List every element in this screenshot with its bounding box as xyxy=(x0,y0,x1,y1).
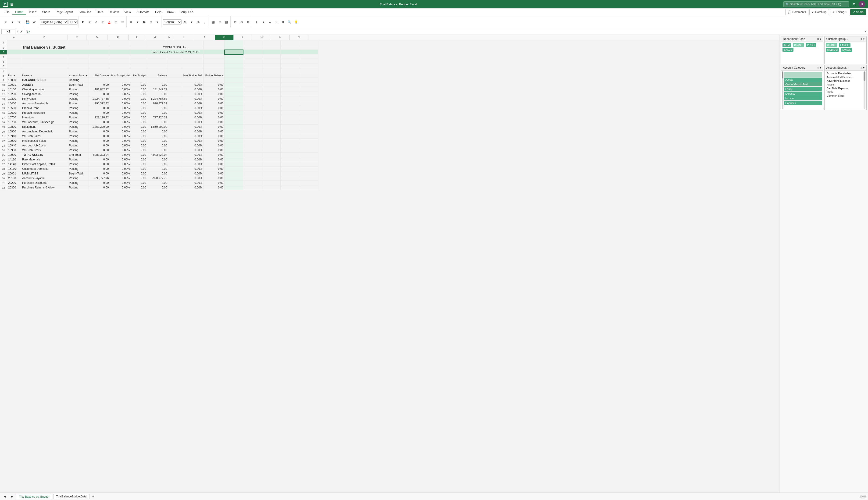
col-header-d[interactable]: D xyxy=(87,35,108,40)
tab-automate[interactable]: Automate xyxy=(134,9,153,15)
col-header-g[interactable]: G xyxy=(145,35,166,40)
name-29[interactable]: LIABILITIES xyxy=(21,171,68,176)
cell-m2[interactable] xyxy=(262,45,281,50)
type-10[interactable]: Begin-Total xyxy=(68,82,89,87)
m23[interactable] xyxy=(262,143,281,148)
bb-28[interactable]: 0.00 xyxy=(203,167,225,171)
cell-e4[interactable] xyxy=(110,54,131,59)
more-options-button[interactable]: ••• xyxy=(120,19,125,25)
cell-f6[interactable] xyxy=(131,64,147,68)
type-21[interactable]: Posting xyxy=(68,134,89,138)
catchup-button[interactable]: ↩ Catch up xyxy=(809,9,829,15)
cell-i4[interactable] xyxy=(182,54,203,59)
user-avatar[interactable]: U xyxy=(859,1,865,8)
bal-13[interactable]: 1,224,787.68 xyxy=(147,96,168,101)
n28[interactable] xyxy=(281,167,299,171)
l22[interactable] xyxy=(243,138,262,143)
bb-30[interactable]: 0.00 xyxy=(203,176,225,181)
cell-b1[interactable] xyxy=(21,41,68,45)
nb-12[interactable]: 0.00 xyxy=(131,92,147,96)
formula-expand-icon[interactable]: ▾ xyxy=(865,30,867,33)
m15[interactable] xyxy=(262,106,281,111)
bal-25[interactable]: 4,983,323.04 xyxy=(147,152,168,157)
bold-dropdown[interactable]: ▾ xyxy=(87,19,93,25)
cell-k1[interactable] xyxy=(225,41,243,45)
format-table-button[interactable]: ⊞ xyxy=(217,19,223,25)
o31[interactable] xyxy=(299,181,318,185)
tab-insert[interactable]: Insert xyxy=(26,9,40,15)
pbb-15[interactable]: 0.00% xyxy=(182,106,203,111)
col-header-e[interactable]: E xyxy=(108,35,128,40)
o20[interactable] xyxy=(299,129,318,134)
name-10[interactable]: ASSETS xyxy=(21,82,68,87)
pbb-20[interactable]: 0.00% xyxy=(182,129,203,134)
cell-i7[interactable] xyxy=(182,68,203,73)
l24[interactable] xyxy=(243,148,262,152)
pbn-23[interactable]: 0.00% xyxy=(110,143,131,148)
cell-o2[interactable] xyxy=(299,45,318,50)
type-23[interactable]: Posting xyxy=(68,143,89,148)
header-balance[interactable]: Balance xyxy=(147,73,168,78)
tab-scriptlab[interactable]: Script Lab xyxy=(177,9,196,15)
comments-button[interactable]: 💬 Comments xyxy=(785,9,809,15)
pbn-11[interactable]: 0.00% xyxy=(110,87,131,92)
nb-26[interactable]: 0.00 xyxy=(131,157,147,162)
m19[interactable] xyxy=(262,124,281,129)
bb-9[interactable] xyxy=(203,78,225,82)
k10[interactable] xyxy=(225,82,243,87)
pbb-29[interactable]: 0.00% xyxy=(182,171,203,176)
currency-dropdown[interactable]: ▾ xyxy=(189,19,195,25)
name-13[interactable]: Petty Cash xyxy=(21,96,68,101)
cell-g5[interactable] xyxy=(147,59,168,64)
type-31[interactable]: Posting xyxy=(68,181,89,185)
bal-28[interactable]: 0.00 xyxy=(147,167,168,171)
o12[interactable] xyxy=(299,92,318,96)
cell-reference-input[interactable] xyxy=(1,29,15,34)
type-12[interactable]: Posting xyxy=(68,92,89,96)
no-19[interactable]: 10800 xyxy=(7,124,21,129)
share-button[interactable]: ↗ Share xyxy=(850,9,866,15)
type-18[interactable]: Posting xyxy=(68,120,89,124)
nc-24[interactable]: 0.00 xyxy=(89,148,110,152)
no-11[interactable]: 10100 xyxy=(7,87,21,92)
cell-m7[interactable] xyxy=(262,68,281,73)
h13[interactable] xyxy=(168,96,182,101)
cell-i1[interactable] xyxy=(182,41,203,45)
percent-button[interactable]: % xyxy=(195,19,201,25)
l10[interactable] xyxy=(243,82,262,87)
name-16[interactable]: Prepaid Insurance xyxy=(21,111,68,115)
highlight-color-button[interactable]: A xyxy=(93,19,99,25)
m9[interactable] xyxy=(262,78,281,82)
m20[interactable] xyxy=(262,129,281,134)
m17[interactable] xyxy=(262,115,281,120)
tab-help[interactable]: Help xyxy=(153,9,164,15)
font-family-select[interactable]: Segoe UI (Body) xyxy=(40,19,68,24)
name-26[interactable]: Raw Materials xyxy=(21,157,68,162)
m16[interactable] xyxy=(262,111,281,115)
filter-icon[interactable]: ≡ xyxy=(817,37,819,41)
l20[interactable] xyxy=(243,129,262,134)
bal-26[interactable]: 0.00 xyxy=(147,157,168,162)
cell-f1[interactable] xyxy=(131,41,147,45)
name-15[interactable]: Prepaid Rent xyxy=(21,106,68,111)
bal-14[interactable]: 990,372.32 xyxy=(147,101,168,106)
pbb-30[interactable]: 0.00% xyxy=(182,176,203,181)
bb-24[interactable]: 0.00 xyxy=(203,148,225,152)
no-17[interactable]: 10700 xyxy=(7,115,21,120)
cell-c6[interactable] xyxy=(68,64,89,68)
nc-29[interactable]: 0.00 xyxy=(89,171,110,176)
cg-chip-medium[interactable]: MEDIUM xyxy=(826,48,839,52)
n15[interactable] xyxy=(281,106,299,111)
o14[interactable] xyxy=(299,101,318,106)
checkmark-icon[interactable]: ✓ xyxy=(16,30,19,33)
h29[interactable] xyxy=(168,171,182,176)
cell-n2[interactable] xyxy=(281,45,299,50)
cg-chip-blank[interactable]: BLANK xyxy=(826,43,837,47)
type-26[interactable]: Posting xyxy=(68,157,89,162)
cell-n3[interactable] xyxy=(281,50,299,54)
type-20[interactable]: Posting xyxy=(68,129,89,134)
header-net-budget[interactable]: Net Budget xyxy=(131,73,147,78)
as-item-cs[interactable]: Common Stock xyxy=(825,94,863,98)
bal-10[interactable]: 0.00 xyxy=(147,82,168,87)
merge-button[interactable]: ⊡ xyxy=(148,19,154,25)
